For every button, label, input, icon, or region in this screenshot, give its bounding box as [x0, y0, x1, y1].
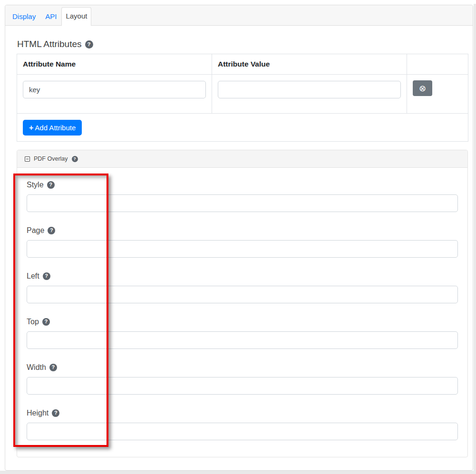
- table-header-row: Attribute Name Attribute Value: [17, 54, 468, 75]
- page-label-text: Page: [27, 226, 44, 235]
- help-icon[interactable]: ?: [49, 364, 57, 371]
- width-input[interactable]: [27, 377, 458, 395]
- help-icon[interactable]: ?: [48, 227, 55, 234]
- html-attributes-table: Attribute Name Attribute Value ⊗: [17, 54, 468, 142]
- field-group-top: Top ?: [27, 317, 458, 349]
- attribute-name-input[interactable]: [23, 81, 206, 98]
- height-label: Height ?: [27, 408, 458, 417]
- page-input[interactable]: [27, 240, 458, 258]
- help-icon[interactable]: ?: [47, 181, 55, 189]
- width-label: Width ?: [27, 363, 458, 372]
- add-attribute-label: Add Attribute: [35, 124, 76, 132]
- help-icon[interactable]: ?: [85, 40, 93, 48]
- plus-icon: +: [29, 125, 33, 131]
- html-attributes-title: HTML Attributes: [17, 39, 82, 49]
- top-input[interactable]: [27, 331, 458, 349]
- column-header-attribute-value: Attribute Value: [212, 54, 407, 75]
- field-group-height: Height ?: [27, 408, 458, 440]
- left-label-text: Left: [27, 271, 39, 281]
- field-group-page: Page ?: [27, 226, 458, 258]
- html-attributes-heading: HTML Attributes ?: [17, 39, 462, 49]
- height-label-text: Height: [27, 408, 49, 417]
- viewport-edge-right: [474, 4, 476, 474]
- pdf-overlay-title: PDF Overlay: [34, 155, 68, 162]
- attribute-value-input[interactable]: [218, 81, 401, 98]
- add-attribute-button[interactable]: + Add Attribute: [23, 120, 82, 135]
- help-icon[interactable]: ?: [72, 156, 78, 162]
- left-input[interactable]: [27, 286, 458, 303]
- top-label-text: Top: [27, 317, 39, 326]
- height-input[interactable]: [27, 423, 458, 440]
- settings-card: Display API Layout HTML Attributes ? Att…: [5, 5, 473, 471]
- tab-content: HTML Attributes ? Attribute Name Attribu…: [5, 26, 473, 457]
- help-icon[interactable]: ?: [42, 318, 50, 326]
- remove-row-button[interactable]: ⊗: [413, 80, 432, 96]
- viewport-edge-bottom: [0, 471, 476, 474]
- table-footer-row: + Add Attribute: [17, 114, 468, 142]
- tab-api[interactable]: API: [40, 8, 61, 25]
- tab-display[interactable]: Display: [8, 8, 40, 25]
- width-label-text: Width: [27, 363, 46, 372]
- style-label-text: Style: [27, 180, 44, 189]
- pdf-overlay-panel: PDF Overlay ? Style ? Page ?: [17, 150, 468, 457]
- style-input[interactable]: [27, 194, 458, 212]
- help-icon[interactable]: ?: [43, 272, 50, 280]
- times-circle-icon: ⊗: [419, 84, 426, 93]
- top-label: Top ?: [27, 317, 458, 326]
- pdf-overlay-panel-header[interactable]: PDF Overlay ?: [17, 150, 467, 168]
- pdf-overlay-panel-body: Style ? Page ? Left ?: [17, 168, 467, 457]
- field-group-style: Style ?: [27, 180, 458, 212]
- help-icon[interactable]: ?: [52, 409, 59, 417]
- page-label: Page ?: [27, 226, 458, 235]
- tab-layout[interactable]: Layout: [61, 7, 91, 26]
- left-label: Left ?: [27, 271, 458, 281]
- style-label: Style ?: [27, 180, 458, 189]
- field-group-left: Left ?: [27, 271, 458, 303]
- column-header-attribute-name: Attribute Name: [17, 54, 212, 75]
- field-group-width: Width ?: [27, 363, 458, 395]
- tab-bar: Display API Layout: [5, 5, 473, 26]
- table-row: ⊗: [17, 75, 468, 114]
- column-header-actions: [407, 54, 468, 75]
- collapse-minus-icon[interactable]: [25, 156, 30, 162]
